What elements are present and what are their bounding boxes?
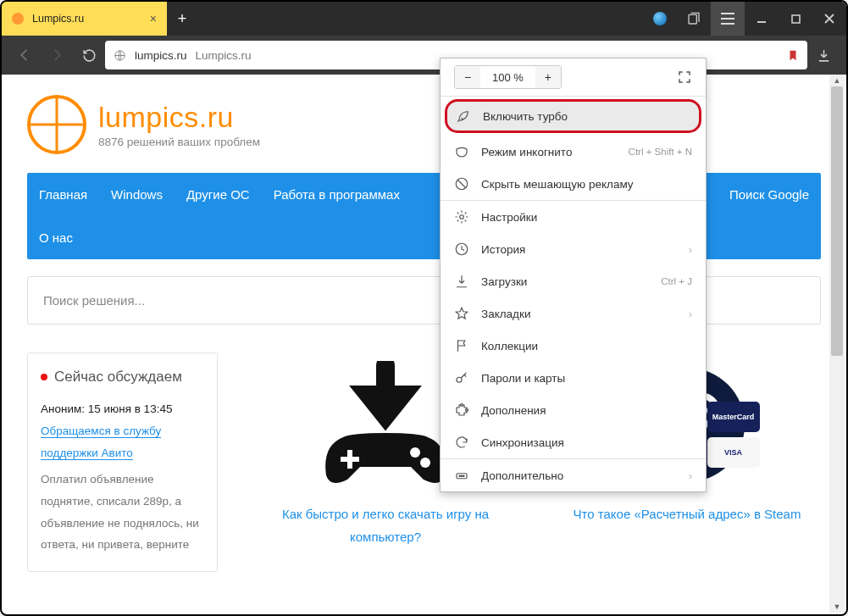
zoom-value: 100 % [480,71,535,84]
titlebar: Lumpics.ru × + [2,2,846,36]
menu-bookmarks[interactable]: Закладки › [441,297,706,330]
chevron-right-icon: › [689,308,692,320]
comment-link[interactable]: Обращаемся в службу поддержки Авито [41,425,161,460]
svg-rect-6 [341,457,359,462]
visa-badge: VISA [707,437,760,468]
scrollbar-thumb[interactable] [831,86,843,356]
puzzle-icon [454,402,469,418]
site-title: lumpics.ru [98,101,260,134]
comment-body: Оплатил объявление поднятие, списали 289… [41,469,204,556]
favicon [12,13,24,25]
minimize-button[interactable] [745,2,779,36]
nav-google[interactable]: Поиск Google [718,173,821,216]
menu-turbo[interactable]: Включить турбо [446,100,701,132]
svg-point-17 [459,475,461,477]
svg-point-4 [420,458,430,468]
card-title: Что такое «Расчетный адрес» в Steam [553,502,821,525]
page-content: lumpics.ru 8876 решений ваших проблем Гл… [3,76,845,613]
comment-meta: Аноним: 15 июня в 13:45 [41,402,204,415]
download-icon [454,274,469,289]
nav-about[interactable]: О нас [27,216,85,259]
menu-addons[interactable]: Дополнения [441,394,706,426]
star-icon [454,306,469,321]
svg-rect-1 [792,15,800,23]
svg-point-3 [410,447,420,458]
block-icon [454,176,469,191]
menu-button[interactable] [711,2,745,36]
svg-point-18 [461,475,463,477]
sidebar-discussion: Сейчас обсуждаем Аноним: 15 июня в 13:45… [27,352,218,572]
close-window-button[interactable] [812,2,846,36]
nav-home[interactable]: Главная [27,173,99,216]
sidebar-heading: Сейчас обсуждаем [41,369,204,386]
main-menu-panel: − 100 % + Включить турбо Режим инкогнито… [440,58,707,492]
maximize-button[interactable] [779,2,812,36]
menu-more[interactable]: Дополнительно › [441,459,706,491]
mastercard-badge: MasterCard [707,402,760,432]
forward-button [41,39,73,71]
sync-icon [454,435,469,450]
nav-windows[interactable]: Windows [99,173,175,216]
vertical-scrollbar[interactable]: ▲ ▼ [829,75,845,613]
svg-point-11 [460,215,464,219]
address-url: lumpics.ru [135,49,187,62]
toolbar: lumpics.ru Lumpics.ru [2,36,846,75]
menu-incognito[interactable]: Режим инкогнито Ctrl + Shift + N [441,136,706,168]
downloads-button[interactable] [807,39,840,71]
card-title: Как быстро и легко скачать игру на компь… [252,502,519,548]
menu-settings[interactable]: Настройки [441,201,706,233]
shortcut-label: Ctrl + Shift + N [629,147,692,157]
mask-icon [454,144,469,159]
chevron-right-icon: › [689,243,692,256]
close-tab-icon[interactable]: × [150,12,157,25]
menu-passwords[interactable]: Пароли и карты [441,362,706,394]
svg-point-19 [463,475,465,477]
gear-icon [454,209,469,225]
scroll-up-icon[interactable]: ▲ [829,75,845,86]
shortcut-label: Ctrl + J [661,276,692,286]
browser-tab[interactable]: Lumpics.ru × [2,2,167,36]
history-icon [454,241,469,257]
site-subtitle: 8876 решений ваших проблем [98,136,260,148]
nav-other-os[interactable]: Другие ОС [175,173,262,216]
new-tab-button[interactable]: + [167,2,197,36]
svg-point-13 [457,377,462,382]
rocket-icon [456,108,471,124]
more-icon [454,468,469,483]
back-button[interactable] [8,39,41,71]
profile-avatar[interactable] [643,2,677,36]
key-icon [454,370,469,386]
menu-collections[interactable]: Коллекции [441,330,706,362]
reload-button[interactable] [73,39,105,71]
menu-history[interactable]: История › [441,233,706,265]
zoom-out-button[interactable]: − [455,66,480,88]
fullscreen-button[interactable] [677,69,692,85]
nav-programs[interactable]: Работа в программах [262,173,412,216]
svg-rect-0 [689,14,696,24]
tab-title: Lumpics.ru [32,13,141,25]
chevron-right-icon: › [689,469,692,482]
collections-icon[interactable] [677,2,711,36]
bookmark-icon[interactable] [787,48,799,63]
address-title: Lumpics.ru [196,49,252,62]
zoom-row: − 100 % + [441,58,706,96]
live-dot-icon [41,374,47,380]
scroll-down-icon[interactable]: ▼ [829,601,845,613]
menu-sync[interactable]: Синхронизация [441,426,706,458]
site-logo[interactable] [27,95,86,154]
globe-icon [114,49,126,62]
zoom-in-button[interactable]: + [535,66,561,88]
flag-icon [454,338,469,353]
menu-hide-ads[interactable]: Скрыть мешающую рекламу [441,168,706,200]
menu-downloads[interactable]: Загрузки Ctrl + J [441,265,706,297]
